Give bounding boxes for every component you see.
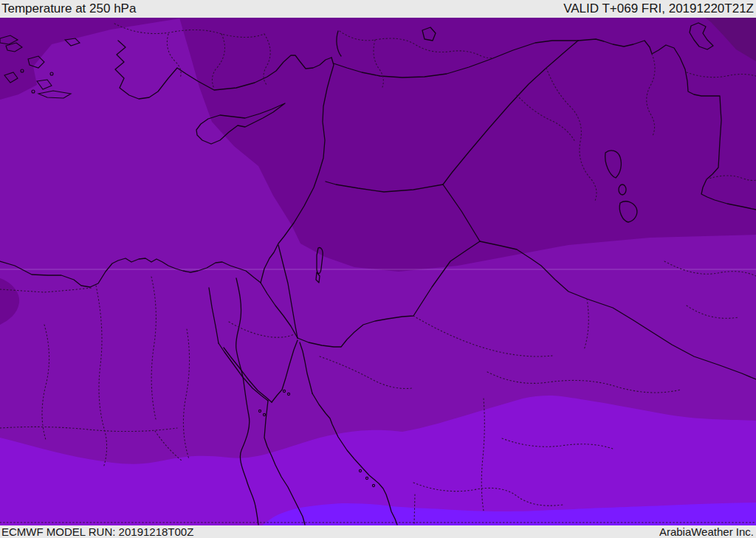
company-label: ArabiaWeather Inc. bbox=[659, 525, 754, 538]
valid-time-label: VALID T+069 FRI, 20191220T21Z bbox=[563, 1, 754, 16]
header-bar: Temperature at 250 hPa VALID T+069 FRI, … bbox=[0, 0, 756, 18]
footer-bar: ECMWF MODEL RUN: 20191218T00Z ArabiaWeat… bbox=[0, 525, 756, 538]
temperature-shading bbox=[0, 18, 756, 525]
map-title: Temperature at 250 hPa bbox=[1, 1, 136, 16]
weather-map bbox=[0, 18, 756, 525]
model-run-label: ECMWF MODEL RUN: 20191218T00Z bbox=[1, 525, 193, 538]
